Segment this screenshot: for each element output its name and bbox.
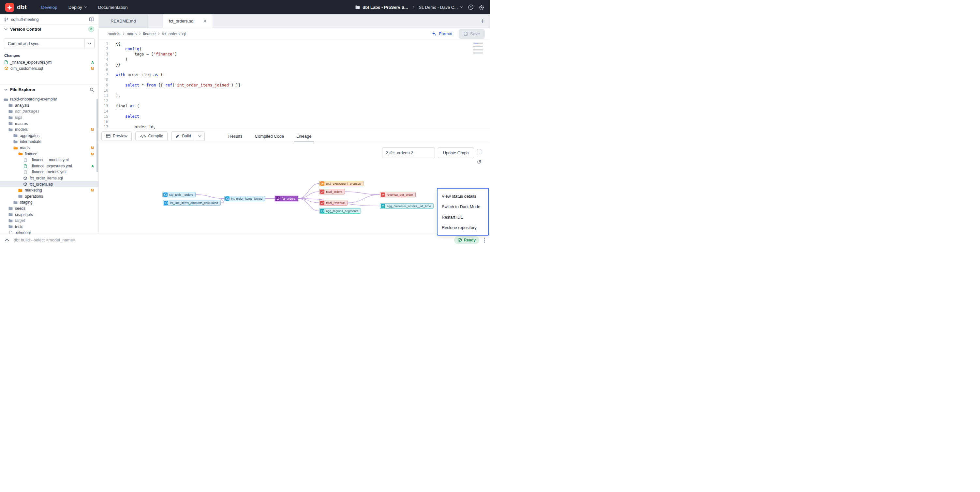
close-tab-icon[interactable] — [204, 19, 206, 22]
breadcrumb-marts[interactable]: marts — [127, 32, 137, 36]
docs-button[interactable] — [89, 17, 94, 22]
tree-item[interactable]: finance M — [0, 151, 99, 157]
tab-readme[interactable]: README.md — [99, 14, 148, 28]
tree-item[interactable]: operations — [0, 193, 99, 200]
tree-item[interactable]: staging — [0, 199, 99, 206]
code-editor[interactable]: 1{{2 config(3 tags = ['finance']4 )5}}67… — [99, 40, 490, 130]
tree-scrollbar[interactable] — [97, 99, 98, 172]
project-selector[interactable]: SL Demo - Dave C... — [419, 5, 463, 10]
changed-file-row[interactable]: dim_customers.sql M — [0, 65, 99, 72]
lineage-selector-input[interactable] — [382, 147, 435, 158]
tree-item[interactable]: fct_orders.sql — [0, 181, 99, 187]
changed-file-row[interactable]: _finance_exposures.yml A — [0, 59, 99, 65]
more-options-button[interactable] — [484, 238, 485, 243]
menu-item-restart-ide[interactable]: Restart IDE — [438, 212, 488, 222]
lineage-node[interactable]: real_exposure_i_promise — [319, 181, 364, 186]
tree-item[interactable]: _finance_exposures.yml A — [0, 163, 99, 169]
tree-item[interactable]: _finance_metrics.yml — [0, 169, 99, 175]
tree-item[interactable]: aggregates — [0, 133, 99, 139]
line-number: 14 — [99, 109, 113, 114]
code-icon: </> — [140, 134, 146, 138]
expand-panel-button[interactable] — [5, 239, 9, 241]
tree-item[interactable]: fct_order_items.sql — [0, 175, 99, 181]
file-name: seeds — [15, 206, 25, 211]
lineage-node[interactable]: agg_customer_orders__all_time — [380, 203, 434, 209]
nav-documentation[interactable]: Documentation — [98, 5, 128, 10]
tree-item[interactable]: analysis — [0, 102, 99, 109]
account-selector[interactable]: dbt Labs - ProServ S... — [355, 5, 408, 10]
preview-button[interactable]: Preview — [102, 131, 132, 141]
tree-item[interactable]: intermediate — [0, 139, 99, 145]
lineage-node[interactable]: total_orders — [319, 189, 345, 195]
file-name: models — [15, 127, 28, 132]
commit-options-caret[interactable] — [84, 39, 94, 49]
help-button[interactable]: ? — [468, 4, 474, 10]
tree-item[interactable]: marketing M — [0, 187, 99, 193]
menu-item-dark-mode[interactable]: Switch to Dark Mode — [438, 201, 488, 212]
ide-options-menu: View status details Switch to Dark Mode … — [437, 188, 489, 236]
build-button[interactable]: Build — [171, 131, 205, 141]
fullscreen-button[interactable] — [477, 149, 482, 154]
tree-item[interactable]: target — [0, 217, 99, 224]
tab-results[interactable]: Results — [222, 130, 248, 142]
new-tab-button[interactable] — [480, 19, 485, 23]
line-number: 3 — [99, 52, 113, 57]
tree-item[interactable]: snapshots — [0, 211, 99, 217]
file-search-button[interactable] — [90, 88, 94, 92]
file-icon — [18, 195, 23, 198]
settings-button[interactable] — [479, 4, 485, 10]
tree-item[interactable]: macros — [0, 120, 99, 126]
reset-view-button[interactable]: ↺ — [477, 160, 481, 165]
tree-item[interactable]: models M — [0, 126, 99, 133]
dbt-brand[interactable]: dbt — [5, 3, 27, 12]
lineage-node[interactable]: int_order_items_joined — [224, 196, 265, 201]
version-control-header[interactable]: Version Control 2 — [0, 24, 99, 33]
tree-item[interactable]: logs — [0, 115, 99, 121]
file-explorer-header[interactable]: File Explorer — [0, 85, 99, 94]
tab-compiled-code[interactable]: Compiled Code — [249, 130, 291, 142]
minimap[interactable] — [473, 42, 486, 56]
fullscreen-icon — [477, 149, 482, 154]
tree-item[interactable]: seeds — [0, 206, 99, 212]
line-number: 9 — [99, 83, 113, 88]
line-number: 15 — [99, 114, 113, 120]
tab-lineage[interactable]: Lineage — [290, 130, 318, 142]
nav-develop[interactable]: Develop — [41, 5, 57, 10]
update-graph-button[interactable]: Update Graph — [438, 147, 474, 158]
tab-fct-orders[interactable]: fct_orders.sql — [162, 14, 213, 28]
file-icon — [8, 219, 13, 222]
breadcrumb-finance[interactable]: finance — [143, 32, 156, 36]
node-label: agg_customer_orders__all_time — [387, 204, 431, 208]
build-options-caret[interactable] — [195, 132, 204, 141]
lineage-node[interactable]: stg_tpch__orders — [162, 192, 196, 197]
folder-icon — [355, 5, 360, 9]
project-name: SL Demo - Dave C... — [419, 5, 458, 10]
file-icon — [8, 116, 13, 120]
breadcrumb-models[interactable]: models — [108, 32, 120, 36]
compile-button[interactable]: </> Compile — [135, 131, 167, 141]
menu-item-view-status[interactable]: View status details — [438, 191, 488, 201]
tree-item[interactable]: marts M — [0, 145, 99, 151]
tree-item[interactable]: dbt_packages — [0, 108, 99, 115]
tree-item[interactable]: rapid-onboarding-exemplar — [0, 96, 99, 102]
code-text: ), — [116, 93, 120, 99]
file-name: fct_orders.sql — [30, 182, 53, 187]
commit-and-sync-button[interactable]: Commit and sync — [4, 38, 95, 49]
lineage-node[interactable]: revenue_per_order — [380, 192, 416, 197]
tree-item[interactable]: .gitignore — [0, 230, 99, 233]
lineage-node[interactable]: total_revenue — [319, 200, 348, 206]
file-name: fct_order_items.sql — [30, 176, 63, 181]
tree-item[interactable]: tests — [0, 224, 99, 230]
metric-icon — [320, 190, 325, 194]
save-button[interactable]: Save — [459, 29, 485, 39]
nav-deploy[interactable]: Deploy — [68, 5, 87, 10]
tree-item[interactable]: _finance__models.yml — [0, 157, 99, 163]
lineage-node[interactable]: agg_regions_segments — [319, 208, 361, 214]
format-button[interactable]: Format — [432, 31, 452, 36]
file-name: analysis — [15, 103, 29, 108]
menu-item-reclone-repo[interactable]: Reclone repository — [438, 222, 488, 233]
lineage-node[interactable]: int_line_items_amounts_calculated — [163, 200, 221, 206]
lineage-node[interactable]: fct_orders — [275, 196, 298, 201]
yml-file-icon — [5, 61, 8, 64]
command-input[interactable] — [14, 238, 450, 243]
